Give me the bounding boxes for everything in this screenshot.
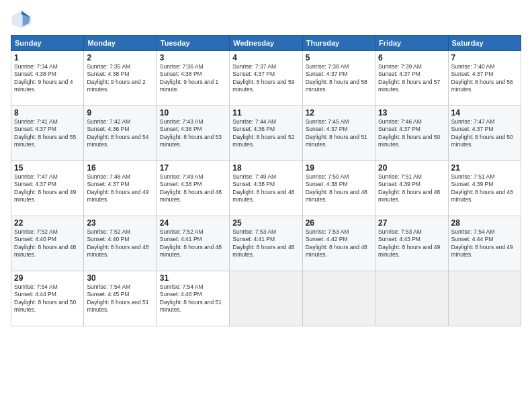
table-row: 18Sunrise: 7:49 AMSunset: 4:38 PMDayligh… [230,161,302,216]
table-row: 21Sunrise: 7:51 AMSunset: 4:39 PMDayligh… [448,161,521,216]
table-row: 31Sunrise: 7:54 AMSunset: 4:46 PMDayligh… [157,271,229,326]
weekday-header-tuesday: Tuesday [157,36,229,51]
calendar-week-4: 22Sunrise: 7:52 AMSunset: 4:40 PMDayligh… [11,216,521,271]
day-number: 8 [14,108,81,118]
day-number: 31 [160,273,226,283]
day-detail: Sunrise: 7:45 AMSunset: 4:37 PMDaylight:… [306,118,372,149]
day-detail: Sunrise: 7:53 AMSunset: 4:41 PMDaylight:… [232,228,299,259]
day-number: 20 [378,163,445,173]
table-row: 16Sunrise: 7:48 AMSunset: 4:37 PMDayligh… [84,161,157,216]
day-detail: Sunrise: 7:49 AMSunset: 4:38 PMDaylight:… [232,173,299,204]
table-row: 5Sunrise: 7:38 AMSunset: 4:37 PMDaylight… [302,51,375,106]
day-number: 25 [232,218,299,228]
table-row: 7Sunrise: 7:40 AMSunset: 4:37 PMDaylight… [448,51,521,106]
day-detail: Sunrise: 7:43 AMSunset: 4:36 PMDaylight:… [160,118,226,149]
table-row: 2Sunrise: 7:35 AMSunset: 4:38 PMDaylight… [84,51,157,106]
calendar-week-1: 1Sunrise: 7:34 AMSunset: 4:38 PMDaylight… [11,51,521,106]
table-row: 28Sunrise: 7:54 AMSunset: 4:44 PMDayligh… [448,216,521,271]
weekday-header-monday: Monday [84,36,157,51]
table-row: 13Sunrise: 7:46 AMSunset: 4:37 PMDayligh… [375,106,448,161]
day-detail: Sunrise: 7:51 AMSunset: 4:39 PMDaylight:… [378,173,445,204]
table-row: 1Sunrise: 7:34 AMSunset: 4:38 PMDaylight… [11,51,84,106]
table-row [230,271,302,326]
day-detail: Sunrise: 7:36 AMSunset: 4:38 PMDaylight:… [160,63,226,94]
calendar-header-row: SundayMondayTuesdayWednesdayThursdayFrid… [11,36,521,51]
day-detail: Sunrise: 7:47 AMSunset: 4:37 PMDaylight:… [14,173,81,204]
day-number: 6 [378,53,445,62]
day-number: 12 [306,108,372,118]
day-detail: Sunrise: 7:39 AMSunset: 4:37 PMDaylight:… [378,63,445,94]
day-detail: Sunrise: 7:46 AMSunset: 4:37 PMDaylight:… [378,118,445,149]
day-detail: Sunrise: 7:44 AMSunset: 4:36 PMDaylight:… [232,118,299,149]
table-row: 3Sunrise: 7:36 AMSunset: 4:38 PMDaylight… [157,51,229,106]
table-row: 29Sunrise: 7:54 AMSunset: 4:44 PMDayligh… [11,271,84,326]
day-number: 9 [87,108,153,118]
day-number: 26 [306,218,372,228]
day-detail: Sunrise: 7:50 AMSunset: 4:38 PMDaylight:… [306,173,372,204]
table-row: 9Sunrise: 7:42 AMSunset: 4:36 PMDaylight… [84,106,157,161]
day-number: 17 [160,163,226,173]
table-row [375,271,448,326]
day-number: 16 [87,163,153,173]
day-detail: Sunrise: 7:54 AMSunset: 4:44 PMDaylight:… [14,283,81,314]
day-number: 5 [306,53,372,62]
day-number: 4 [232,53,299,62]
day-detail: Sunrise: 7:52 AMSunset: 4:40 PMDaylight:… [87,228,153,259]
table-row: 26Sunrise: 7:53 AMSunset: 4:42 PMDayligh… [302,216,375,271]
table-row: 12Sunrise: 7:45 AMSunset: 4:37 PMDayligh… [302,106,375,161]
calendar-week-2: 8Sunrise: 7:41 AMSunset: 4:37 PMDaylight… [11,106,521,161]
day-detail: Sunrise: 7:54 AMSunset: 4:46 PMDaylight:… [160,283,226,314]
table-row: 27Sunrise: 7:53 AMSunset: 4:43 PMDayligh… [375,216,448,271]
day-number: 7 [451,53,518,62]
table-row: 11Sunrise: 7:44 AMSunset: 4:36 PMDayligh… [230,106,302,161]
day-detail: Sunrise: 7:37 AMSunset: 4:37 PMDaylight:… [232,63,299,94]
day-detail: Sunrise: 7:38 AMSunset: 4:37 PMDaylight:… [306,63,372,94]
table-row [302,271,375,326]
day-detail: Sunrise: 7:51 AMSunset: 4:39 PMDaylight:… [451,173,518,204]
day-detail: Sunrise: 7:47 AMSunset: 4:37 PMDaylight:… [451,118,518,149]
day-detail: Sunrise: 7:52 AMSunset: 4:41 PMDaylight:… [160,228,226,259]
page-header [11,8,521,30]
table-row: 23Sunrise: 7:52 AMSunset: 4:40 PMDayligh… [84,216,157,271]
weekday-header-friday: Friday [375,36,448,51]
logo [11,8,35,30]
day-number: 21 [451,163,518,173]
weekday-header-wednesday: Wednesday [230,36,302,51]
table-row: 25Sunrise: 7:53 AMSunset: 4:41 PMDayligh… [230,216,302,271]
table-row [448,271,521,326]
day-number: 10 [160,108,226,118]
table-row: 10Sunrise: 7:43 AMSunset: 4:36 PMDayligh… [157,106,229,161]
table-row: 6Sunrise: 7:39 AMSunset: 4:37 PMDaylight… [375,51,448,106]
weekday-header-saturday: Saturday [448,36,521,51]
table-row: 8Sunrise: 7:41 AMSunset: 4:37 PMDaylight… [11,106,84,161]
day-number: 15 [14,163,81,173]
day-number: 27 [378,218,445,228]
day-number: 18 [232,163,299,173]
table-row: 30Sunrise: 7:54 AMSunset: 4:45 PMDayligh… [84,271,157,326]
calendar-body: 1Sunrise: 7:34 AMSunset: 4:38 PMDaylight… [11,51,521,326]
day-detail: Sunrise: 7:41 AMSunset: 4:37 PMDaylight:… [14,118,81,149]
table-row: 19Sunrise: 7:50 AMSunset: 4:38 PMDayligh… [302,161,375,216]
day-detail: Sunrise: 7:34 AMSunset: 4:38 PMDaylight:… [14,63,81,94]
day-detail: Sunrise: 7:54 AMSunset: 4:45 PMDaylight:… [87,283,153,314]
calendar-table: SundayMondayTuesdayWednesdayThursdayFrid… [11,35,521,326]
table-row: 17Sunrise: 7:49 AMSunset: 4:38 PMDayligh… [157,161,229,216]
day-number: 1 [14,53,81,62]
day-detail: Sunrise: 7:40 AMSunset: 4:37 PMDaylight:… [451,63,518,94]
calendar-week-3: 15Sunrise: 7:47 AMSunset: 4:37 PMDayligh… [11,161,521,216]
table-row: 14Sunrise: 7:47 AMSunset: 4:37 PMDayligh… [448,106,521,161]
table-row: 4Sunrise: 7:37 AMSunset: 4:37 PMDaylight… [230,51,302,106]
page-container: SundayMondayTuesdayWednesdayThursdayFrid… [0,0,532,411]
table-row: 22Sunrise: 7:52 AMSunset: 4:40 PMDayligh… [11,216,84,271]
table-row: 24Sunrise: 7:52 AMSunset: 4:41 PMDayligh… [157,216,229,271]
day-detail: Sunrise: 7:49 AMSunset: 4:38 PMDaylight:… [160,173,226,204]
day-number: 14 [451,108,518,118]
day-detail: Sunrise: 7:53 AMSunset: 4:43 PMDaylight:… [378,228,445,259]
day-number: 22 [14,218,81,228]
day-number: 29 [14,273,81,283]
day-number: 23 [87,218,153,228]
day-number: 28 [451,218,518,228]
day-number: 2 [87,53,153,62]
day-number: 3 [160,53,226,62]
logo-icon [11,8,32,30]
